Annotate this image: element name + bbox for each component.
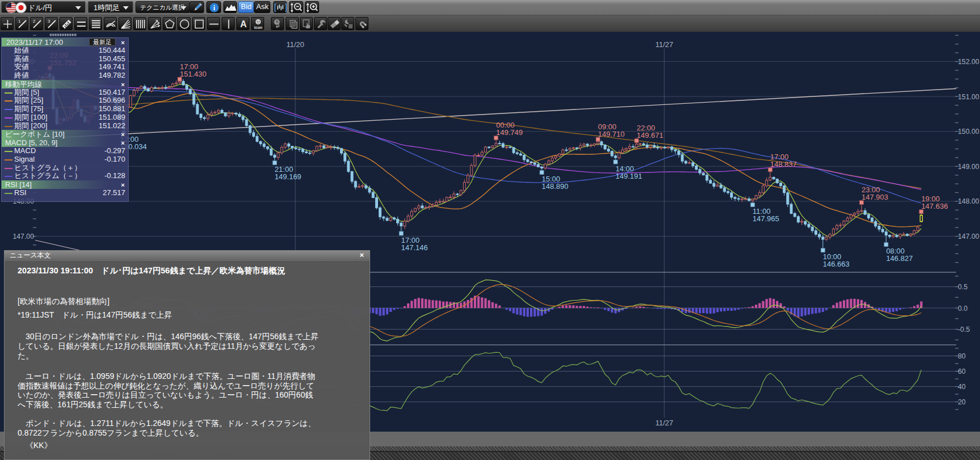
svg-text:3: 3	[48, 19, 50, 24]
svg-text:149.00: 149.00	[958, 163, 979, 171]
svg-text:149.169: 149.169	[275, 172, 302, 181]
svg-text:-0.5: -0.5	[958, 326, 970, 334]
svg-text:147.636: 147.636	[921, 202, 948, 210]
svg-text:60: 60	[958, 368, 966, 375]
svg-text:147.965: 147.965	[753, 214, 779, 223]
svg-text:147.146: 147.146	[401, 243, 428, 252]
svg-text:11/27: 11/27	[655, 40, 673, 49]
svg-text:146.663: 146.663	[823, 260, 850, 268]
svg-text:1: 1	[18, 19, 21, 24]
svg-text:149.671: 149.671	[637, 131, 663, 140]
svg-text:149.191: 149.191	[616, 172, 642, 180]
svg-text:149.749: 149.749	[496, 128, 523, 137]
svg-text:11/27: 11/27	[655, 419, 673, 427]
svg-text:147.903: 147.903	[862, 193, 888, 201]
svg-text:149.710: 149.710	[598, 130, 625, 138]
svg-text:20: 20	[958, 398, 966, 406]
svg-text:150.00: 150.00	[958, 128, 979, 136]
svg-text:148.837: 148.837	[770, 160, 797, 168]
svg-text:0.5: 0.5	[958, 283, 968, 291]
svg-text:146.827: 146.827	[886, 254, 913, 263]
svg-text:A: A	[240, 19, 247, 29]
svg-text:2: 2	[33, 19, 36, 24]
svg-text:40: 40	[958, 383, 966, 391]
svg-text:147.00: 147.00	[958, 233, 979, 240]
svg-text:11/20: 11/20	[286, 40, 304, 49]
svg-text:151.00: 151.00	[958, 93, 979, 101]
svg-text:151.430: 151.430	[180, 70, 206, 78]
svg-text:147.00: 147.00	[12, 233, 34, 240]
svg-text:0.0: 0.0	[958, 305, 968, 313]
svg-text:148.890: 148.890	[542, 182, 569, 191]
svg-text:80: 80	[958, 352, 966, 360]
svg-text:icon: icon	[254, 26, 262, 29]
svg-text:152.00: 152.00	[958, 58, 979, 66]
svg-text:148.00: 148.00	[958, 197, 979, 205]
